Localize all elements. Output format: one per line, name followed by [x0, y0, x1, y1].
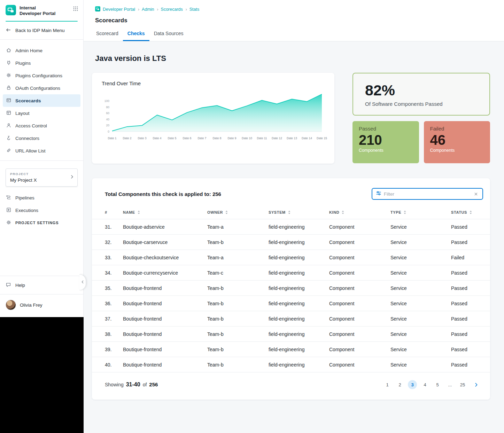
th-name[interactable]: NAME [120, 207, 204, 219]
tab-data-sources[interactable]: Data Sources [149, 27, 188, 41]
sidebar-item-oauth-configurations[interactable]: OAuth Configurations [3, 82, 80, 94]
cell-row-number: 34. [92, 265, 120, 281]
table-row[interactable]: 39. Boutique-frontend Team-b field-engin… [92, 342, 490, 357]
pagination-page[interactable]: 2 [395, 380, 404, 389]
cell-kind: Component [326, 235, 388, 250]
filter-box [372, 188, 483, 200]
table-row[interactable]: 34. Boutique-currencyservice Team-c fiel… [92, 265, 490, 281]
cell-type: Service [388, 250, 448, 265]
components-table-card: Total Components this check is applied t… [92, 178, 490, 400]
close-icon[interactable] [473, 191, 479, 197]
chevron-right-icon [70, 174, 75, 181]
gears-icon [6, 72, 11, 79]
connector-icon [6, 135, 11, 142]
pagination-page[interactable]: 1 [383, 380, 392, 389]
user-icon [6, 123, 11, 129]
sidebar-item-layout[interactable]: Layout [3, 107, 80, 119]
th-status[interactable]: STATUS [448, 207, 490, 219]
divider [0, 160, 83, 161]
next-page-button[interactable] [473, 381, 480, 388]
table-row[interactable]: 35. Boutique-frontend Team-b field-engin… [92, 281, 490, 296]
cell-system: field-engineering [266, 265, 326, 281]
page-title: Scorecards [95, 17, 504, 24]
cell-kind: Component [326, 342, 388, 357]
cell-owner: Team-b [204, 357, 266, 372]
project-nav: Pipelines Executions PROJECT SETTINGS [0, 189, 83, 233]
table-row[interactable]: 40. Boutique-frontend Team-b field-engin… [92, 357, 490, 372]
cell-owner: Team-b [204, 326, 266, 342]
table-row[interactable]: 36. Boutique-frontend Team-b field-engin… [92, 296, 490, 311]
pagination-page[interactable]: 5 [433, 380, 442, 389]
cell-type: Service [388, 311, 448, 326]
grid-menu-icon[interactable] [73, 6, 78, 13]
trend-over-time-card: Trend Over Time 020406080100Date 1Date 2… [92, 73, 334, 164]
th-type[interactable]: TYPE [388, 207, 448, 219]
pass-rate-summary-card: 82% Of Software Components Passed [352, 73, 490, 116]
project-selector[interactable]: PROJECT My Project X [6, 168, 78, 187]
table-row[interactable]: 31. Boutique-adservice Team-a field-engi… [92, 219, 490, 235]
tab-scorecard[interactable]: Scorecard [92, 27, 123, 41]
sidebar-item-executions[interactable]: Executions [3, 204, 80, 216]
back-to-main-menu-button[interactable]: Back to IDP Main Menu [0, 22, 83, 39]
admin-nav: Admin Home Plugins Plugins Configuration… [0, 40, 83, 160]
table-row[interactable]: 33. Boutique-checkoutservice Team-a fiel… [92, 250, 490, 265]
table-row[interactable]: 32. Boutique-carservuce Team-b field-eng… [92, 235, 490, 250]
breadcrumb-developer-portal[interactable]: Developer Portal [103, 7, 139, 12]
sidebar-item-project-settings[interactable]: PROJECT SETTINGS [3, 216, 80, 229]
pass-rate-percent: 82% [365, 82, 395, 99]
sidebar-item-plugins-configurations[interactable]: Plugins Configurations [3, 69, 80, 82]
failed-components-card: Failed 46 Components [424, 121, 490, 163]
sidebar-item-access-control[interactable]: Access Control [3, 119, 80, 132]
sidebar-item-pipelines[interactable]: Pipelines [3, 191, 80, 204]
app-title: Internal Developer Portal [20, 5, 55, 17]
tab-bar: Scorecard Checks Data Sources [92, 27, 504, 41]
cell-row-number: 32. [92, 235, 120, 250]
user-profile[interactable]: Olivia Frey [0, 294, 83, 317]
sidebar: Internal Developer Portal Back to IDP Ma… [0, 0, 84, 317]
breadcrumb-admin[interactable]: Admin [142, 7, 158, 12]
pagination-page[interactable]: 25 [458, 380, 467, 389]
sidebar-header: Internal Developer Portal [0, 0, 83, 21]
sidebar-item-url-allow-list[interactable]: URL Allow List [3, 144, 80, 157]
svg-text:Date 9: Date 9 [227, 136, 236, 140]
trend-card-title: Trend Over Time [102, 80, 327, 86]
table-row[interactable]: 38. Boutique-frontend Team-b field-engin… [92, 326, 490, 342]
next-chevron-icon [474, 382, 479, 387]
cell-status: Passed [448, 357, 490, 372]
pagination-page[interactable]: 4 [420, 380, 429, 389]
avatar [6, 300, 16, 310]
cell-status: Failed [448, 250, 490, 265]
th-kind[interactable]: KIND [326, 207, 388, 219]
cell-type: Service [388, 326, 448, 342]
breadcrumb-scorecards[interactable]: Scorecards [161, 7, 187, 12]
cell-owner: Team-a [204, 219, 266, 235]
svg-text:80: 80 [106, 105, 110, 109]
cell-system: field-engineering [266, 326, 326, 342]
breadcrumb-stats: Stats [189, 7, 200, 12]
cell-system: field-engineering [266, 311, 326, 326]
filter-input[interactable] [381, 191, 473, 197]
home-icon [6, 47, 11, 54]
help-button[interactable]: Help [0, 276, 83, 294]
table-footer: Showing 31-40 of 256 12345...25 [92, 372, 490, 389]
cell-status: Passed [448, 326, 490, 342]
th-owner[interactable]: OWNER [204, 207, 266, 219]
check-title: Java version is LTS [95, 54, 490, 63]
tab-checks[interactable]: Checks [123, 27, 149, 41]
cell-name: Boutique-currencyservice [120, 265, 204, 281]
svg-text:40: 40 [106, 118, 110, 121]
table-row[interactable]: 37. Boutique-frontend Team-b field-engin… [92, 311, 490, 326]
cell-kind: Component [326, 357, 388, 372]
sidebar-item-plugins[interactable]: Plugins [3, 57, 80, 69]
sidebar-item-connectors[interactable]: Connectors [3, 132, 80, 144]
sidebar-item-scorecards[interactable]: Scorecards [3, 94, 80, 107]
sidebar-item-admin-home[interactable]: Admin Home [3, 44, 80, 57]
cell-name: Boutique-frontend [120, 281, 204, 296]
cell-type: Service [388, 296, 448, 311]
pagination-page[interactable]: 3 [408, 380, 417, 389]
th-system[interactable]: SYSTEM [266, 207, 326, 219]
page-header: Developer Portal Admin Scorecards Stats … [84, 0, 504, 41]
cell-row-number: 39. [92, 342, 120, 357]
cell-owner: Team-b [204, 311, 266, 326]
sort-icon [225, 210, 228, 214]
